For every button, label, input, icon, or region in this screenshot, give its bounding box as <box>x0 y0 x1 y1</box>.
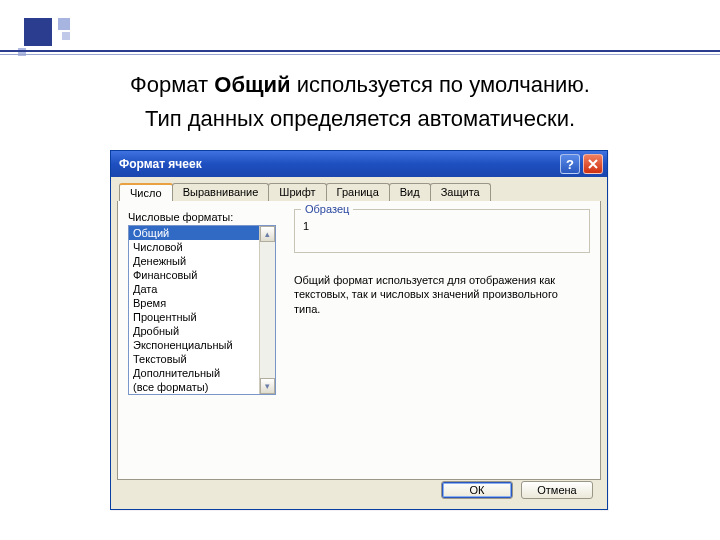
list-item[interactable]: Дробный <box>129 324 259 338</box>
list-item[interactable]: Экспоненциальный <box>129 338 259 352</box>
tab-number[interactable]: Число <box>119 183 173 201</box>
list-item[interactable]: Финансовый <box>129 268 259 282</box>
ok-button[interactable]: ОК <box>441 481 513 499</box>
slide-caption: Формат Общий используется по умолчанию. … <box>0 68 720 136</box>
sample-label: Образец <box>301 203 353 215</box>
list-item[interactable]: (все форматы) <box>129 380 259 394</box>
list-item[interactable]: Общий <box>129 226 259 240</box>
list-item[interactable]: Процентный <box>129 310 259 324</box>
caption-text: Формат <box>130 72 214 97</box>
tab-font[interactable]: Шрифт <box>268 183 326 201</box>
format-cells-dialog: Формат ячеек ? Число Выравнивание Шрифт … <box>110 150 608 510</box>
list-item[interactable]: Время <box>129 296 259 310</box>
list-item[interactable]: Текстовый <box>129 352 259 366</box>
tab-alignment[interactable]: Выравнивание <box>172 183 270 201</box>
divider <box>0 50 720 52</box>
tab-protection[interactable]: Защита <box>430 183 491 201</box>
help-button[interactable]: ? <box>560 154 580 174</box>
format-description: Общий формат используется для отображени… <box>294 273 580 316</box>
cancel-button[interactable]: Отмена <box>521 481 593 499</box>
caption-bold: Общий <box>214 72 290 97</box>
caption-text: используется по умолчанию. <box>291 72 590 97</box>
dialog-title: Формат ячеек <box>119 157 557 171</box>
sample-value: 1 <box>303 220 581 232</box>
titlebar[interactable]: Формат ячеек ? <box>111 151 607 177</box>
close-icon <box>588 159 598 169</box>
list-item[interactable]: Дата <box>129 282 259 296</box>
caption-line2: Тип данных определяется автоматически. <box>0 102 720 136</box>
tab-view[interactable]: Вид <box>389 183 431 201</box>
tab-row: Число Выравнивание Шрифт Граница Вид Защ… <box>111 177 607 201</box>
divider <box>0 54 720 55</box>
scroll-down-button[interactable]: ▾ <box>260 378 275 394</box>
dialog-button-row: ОК Отмена <box>441 481 593 499</box>
close-button[interactable] <box>583 154 603 174</box>
scroll-up-button[interactable]: ▴ <box>260 226 275 242</box>
scrollbar[interactable]: ▴ ▾ <box>259 226 275 394</box>
chevron-down-icon: ▾ <box>265 381 270 391</box>
list-item[interactable]: Числовой <box>129 240 259 254</box>
list-item[interactable]: Денежный <box>129 254 259 268</box>
tab-panel-number: Числовые форматы: Общий Числовой Денежны… <box>117 200 601 480</box>
sample-group: Образец 1 <box>294 209 590 253</box>
chevron-up-icon: ▴ <box>265 229 270 239</box>
list-item[interactable]: Дополнительный <box>129 366 259 380</box>
tab-border[interactable]: Граница <box>326 183 390 201</box>
number-formats-listbox[interactable]: Общий Числовой Денежный Финансовый Дата … <box>128 225 276 395</box>
